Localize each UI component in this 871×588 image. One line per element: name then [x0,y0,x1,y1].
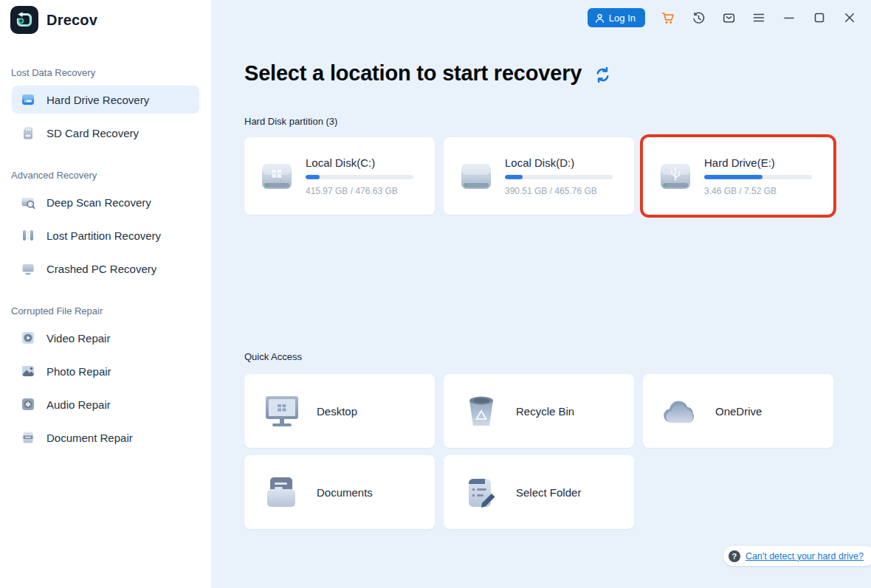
quick-card-select-folder[interactable]: Select Folder [444,455,634,529]
sidebar-item-label: Crashed PC Recovery [47,263,156,275]
close-icon[interactable] [842,10,857,25]
recycle-bin-icon [462,392,500,430]
quick-card-onedrive[interactable]: OneDrive [643,374,833,448]
section-label: Lost Data Recovery [11,67,211,78]
lost-partition-icon [21,228,35,243]
quick-card-label: OneDrive [715,405,762,418]
app-logo-icon [10,6,38,34]
partition-section-label: Hard Disk partition (3) [244,116,337,127]
sidebar-item-label: Lost Partition Recovery [47,229,161,242]
audio-repair-icon [21,397,35,412]
sidebar-item-label: Document Repair [47,432,133,444]
quick-card-label: Recycle Bin [516,405,574,418]
page-title: Select a location to start recovery [244,61,582,86]
section-label: Advanced Recovery [11,170,211,181]
quick-access-grid: Desktop Recycle Bin OneDrive [244,374,833,529]
drive-card-c[interactable]: Local Disk(C:) 415.97 GB / 476.63 GB [244,137,435,215]
question-icon: ? [729,550,740,562]
quick-access-label: Quick Access [244,351,302,362]
drive-usage-bar [704,175,812,179]
drive-usage-fill [505,175,523,179]
sidebar-item-photo-repair[interactable]: Photo Repair [12,357,199,385]
drive-usage-bar [306,175,413,179]
deep-scan-icon [21,195,35,210]
drive-usage-fill [704,175,762,179]
windows-drive-icon [260,161,294,192]
main-area: Log In [212,0,871,588]
help-pill[interactable]: ? Can't detect your hard drive? [723,546,871,566]
video-repair-icon [21,331,35,345]
quick-card-label: Select Folder [516,486,581,499]
quick-card-label: Documents [317,486,373,499]
drive-capacity: 415.97 GB / 476.63 GB [306,186,413,196]
sidebar-item-label: Photo Repair [47,365,111,378]
sidebar-item-label: Deep Scan Recovery [47,196,151,209]
sidebar-item-crashed-pc-recovery[interactable]: Crashed PC Recovery [12,255,199,283]
maximize-icon[interactable] [812,10,827,25]
menu-icon[interactable] [751,10,766,25]
desktop-icon [263,392,301,430]
sidebar-section-lost-data-recovery: Lost Data Recovery Hard Drive Recovery [0,67,211,147]
sidebar-item-label: Hard Drive Recovery [47,94,149,106]
drive-usage-fill [306,175,320,179]
sidebar-item-label: Audio Repair [47,398,111,411]
sidebar-item-video-repair[interactable]: Video Repair [12,324,199,352]
sd-card-icon [21,125,35,140]
drive-capacity: 390.51 GB / 465.76 GB [505,186,613,196]
drive-usage-bar [505,175,613,179]
drive-grid: Local Disk(C:) 415.97 GB / 476.63 GB Loc… [244,137,833,215]
usb-drive-icon [658,161,692,192]
quick-card-documents[interactable]: Documents [244,455,435,529]
drive-card-d[interactable]: Local Disk(D:) 390.51 GB / 465.76 GB [444,137,634,215]
sidebar: Drecov Lost Data Recovery Hard Drive Rec… [0,0,212,588]
section-label: Corrupted File Repair [11,305,211,317]
sidebar-section-advanced-recovery: Advanced Recovery Deep Scan Recovery [0,170,211,283]
sidebar-item-lost-partition-recovery[interactable]: Lost Partition Recovery [12,221,199,249]
sidebar-item-hard-drive-recovery[interactable]: Hard Drive Recovery [12,86,199,114]
crashed-pc-icon [21,261,35,276]
drive-icon [459,161,493,192]
hard-drive-icon [21,92,35,107]
history-icon[interactable] [691,10,706,25]
onedrive-cloud-icon [661,392,700,430]
drive-name: Local Disk(D:) [505,156,613,169]
quick-card-label: Desktop [317,405,357,418]
titlebar: Log In [588,8,857,27]
app-title: Drecov [47,12,97,29]
sidebar-item-label: SD Card Recovery [47,127,139,139]
sidebar-item-deep-scan-recovery[interactable]: Deep Scan Recovery [12,188,199,216]
photo-repair-icon [21,364,35,378]
app-logo: Drecov [0,0,211,34]
refresh-icon[interactable] [593,66,612,85]
sidebar-section-corrupted-file-repair: Corrupted File Repair Video Repair Photo… [0,305,211,452]
sidebar-item-label: Video Repair [47,332,110,345]
drive-name: Local Disk(C:) [306,156,413,169]
login-label: Log In [609,13,636,24]
mail-icon[interactable] [721,10,736,25]
drive-capacity: 3.46 GB / 7.52 GB [704,186,812,196]
document-repair-icon [21,430,35,445]
drive-name: Hard Drive(E:) [704,156,812,169]
minimize-icon[interactable] [782,10,796,25]
sidebar-item-audio-repair[interactable]: Audio Repair [12,390,199,418]
sidebar-item-sd-card-recovery[interactable]: SD Card Recovery [12,119,199,147]
sidebar-item-document-repair[interactable]: Document Repair [12,423,199,452]
drive-card-e-highlighted[interactable]: Hard Drive(E:) 3.46 GB / 7.52 GB [643,137,833,215]
login-button[interactable]: Log In [588,8,645,27]
cart-icon[interactable] [661,10,675,25]
help-link[interactable]: Can't detect your hard drive? [746,551,864,561]
person-icon [595,13,605,23]
documents-folder-icon [263,473,301,511]
quick-card-recycle-bin[interactable]: Recycle Bin [444,374,634,448]
quick-card-desktop[interactable]: Desktop [244,374,435,448]
select-folder-icon [462,473,500,511]
